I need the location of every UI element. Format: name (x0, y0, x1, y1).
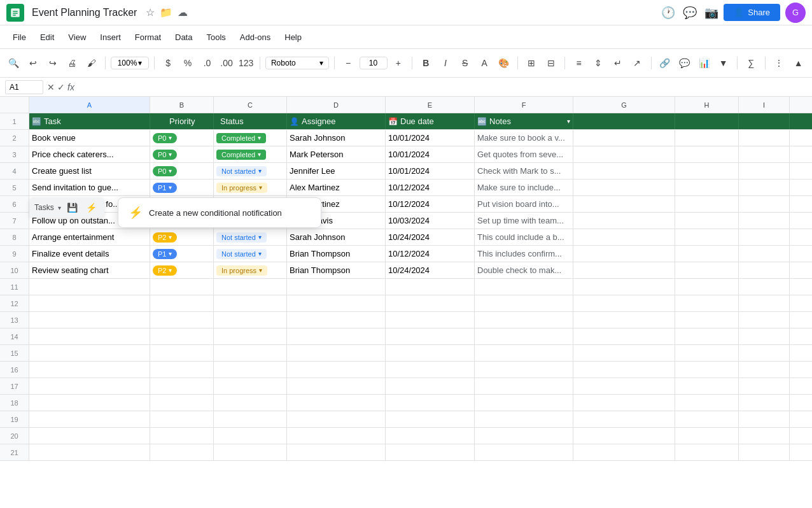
cell-c-14[interactable] (214, 328, 287, 344)
menu-tools[interactable]: Tools (200, 30, 232, 45)
cell-notes-5[interactable]: Make sure to include... (475, 180, 573, 195)
status-dropdown-2[interactable]: ▾ (258, 134, 261, 141)
cell-task-8[interactable]: Arrange entertainment (29, 229, 150, 245)
status-dropdown-8[interactable]: ▾ (258, 234, 262, 241)
history-icon[interactable]: 🕐 (661, 6, 675, 20)
cell-duedate-9[interactable]: 10/12/2024 (386, 246, 475, 262)
cell-g-15[interactable] (573, 345, 675, 361)
cell-e-15[interactable] (386, 345, 475, 361)
cell-d-17[interactable] (287, 378, 386, 394)
cell-a-18[interactable] (29, 395, 150, 411)
cell-b-14[interactable] (150, 328, 214, 344)
cell-notes-4[interactable]: Check with Mark to s... (475, 163, 573, 179)
menu-insert[interactable]: Insert (94, 30, 127, 45)
strikethrough-button[interactable]: S (456, 54, 473, 72)
row-num-5[interactable]: 5 (0, 180, 29, 195)
cell-c-12[interactable] (214, 295, 287, 311)
cell-h-16[interactable] (675, 362, 739, 377)
cell-task-2[interactable]: Book venue (29, 130, 150, 146)
cell-g-2[interactable] (573, 130, 675, 146)
cell-g-18[interactable] (573, 395, 675, 411)
cell-e-20[interactable] (386, 428, 475, 444)
cell-b-18[interactable] (150, 395, 214, 411)
status-dropdown-3[interactable]: ▾ (258, 151, 261, 158)
cell-duedate-8[interactable]: 10/24/2024 (386, 229, 475, 245)
merge-button[interactable]: ⊟ (543, 54, 560, 72)
cell-b-12[interactable] (150, 295, 214, 311)
row-num-7[interactable]: 7 (0, 213, 29, 229)
cell-e-11[interactable] (386, 279, 475, 295)
cell-b-16[interactable] (150, 362, 214, 377)
cell-c-21[interactable] (214, 444, 287, 460)
cell-task-5[interactable]: Send invitation to gue... (29, 180, 150, 195)
cell-i-21[interactable] (739, 444, 790, 460)
notification-text[interactable]: Create a new conditional notification (149, 208, 282, 218)
cell-notes-7[interactable]: Set up time with team... (475, 213, 573, 229)
cell-priority-2[interactable]: P0 ▾ (150, 130, 214, 146)
header-cell-duedate[interactable]: 📅 Due date (386, 113, 475, 129)
cell-e-12[interactable] (386, 295, 475, 311)
cell-duedate-2[interactable]: 10/01/2024 (386, 130, 475, 146)
cell-g-11[interactable] (573, 279, 675, 295)
cell-h-10[interactable] (675, 262, 739, 278)
col-header-a[interactable]: A (29, 97, 150, 113)
header-cell-status[interactable]: Status (214, 113, 287, 129)
notes-header-dropdown[interactable]: ▾ (567, 118, 570, 125)
cell-a-20[interactable] (29, 428, 150, 444)
cell-i-19[interactable] (739, 411, 790, 427)
cell-notes-9[interactable]: This includes confirm... (475, 246, 573, 262)
link-button[interactable]: 🔗 (657, 54, 674, 72)
cell-reference[interactable]: A1 (5, 80, 43, 94)
share-button[interactable]: 👤 Share (724, 4, 780, 21)
cell-h-11[interactable] (675, 279, 739, 295)
menu-format[interactable]: Format (129, 30, 167, 45)
row-num-1[interactable]: 1 (0, 113, 29, 129)
cell-i-15[interactable] (739, 345, 790, 361)
cell-c-13[interactable] (214, 312, 287, 328)
cell-status-4[interactable]: Not started ▾ (214, 163, 287, 179)
cell-d-15[interactable] (287, 345, 386, 361)
percent-button[interactable]: % (179, 54, 197, 72)
formula-confirm-icon[interactable]: ✓ (57, 82, 65, 92)
cell-a-12[interactable] (29, 295, 150, 311)
cell-i-2[interactable] (739, 130, 790, 146)
cell-h-3[interactable] (675, 146, 739, 162)
row-num-10[interactable]: 10 (0, 262, 29, 278)
cell-g-12[interactable] (573, 295, 675, 311)
col-header-h[interactable]: H (675, 97, 739, 113)
cell-h-2[interactable] (675, 130, 739, 146)
formula-cancel-icon[interactable]: ✕ (47, 82, 55, 92)
cell-g-16[interactable] (573, 362, 675, 377)
status-dropdown-5[interactable]: ▾ (259, 184, 262, 191)
cell-status-8[interactable]: Not started ▾ (214, 229, 287, 245)
cell-e-18[interactable] (386, 395, 475, 411)
borders-button[interactable]: ⊞ (523, 54, 540, 72)
cell-a-16[interactable] (29, 362, 150, 377)
cell-f-15[interactable] (475, 345, 573, 361)
comment-button[interactable]: 💬 (676, 54, 693, 72)
cell-d-16[interactable] (287, 362, 386, 377)
cell-i-11[interactable] (739, 279, 790, 295)
row-num-13[interactable]: 13 (0, 312, 29, 328)
cell-task-10[interactable]: Review seating chart (29, 262, 150, 278)
cell-a-21[interactable] (29, 444, 150, 460)
cell-g-14[interactable] (573, 328, 675, 344)
cell-e-13[interactable] (386, 312, 475, 328)
font-color-button[interactable]: A (476, 54, 493, 72)
cell-g-6[interactable] (573, 196, 675, 212)
header-cell-notes[interactable]: 🔤 Notes ▾ (475, 113, 573, 129)
cell-g-20[interactable] (573, 428, 675, 444)
cell-h-18[interactable] (675, 395, 739, 411)
cell-c-11[interactable] (214, 279, 287, 295)
star-icon[interactable]: ☆ (146, 6, 155, 18)
cell-duedate-3[interactable]: 10/01/2024 (386, 146, 475, 162)
cell-b-20[interactable] (150, 428, 214, 444)
formula-fx-icon[interactable]: fx (67, 82, 74, 92)
font-size-selector[interactable]: 10 (360, 57, 388, 69)
cell-a-15[interactable] (29, 345, 150, 361)
cell-h-15[interactable] (675, 345, 739, 361)
cell-i-6[interactable] (739, 196, 790, 212)
row-num-12[interactable]: 12 (0, 295, 29, 311)
cell-h-6[interactable] (675, 196, 739, 212)
cell-duedate-10[interactable]: 10/24/2024 (386, 262, 475, 278)
